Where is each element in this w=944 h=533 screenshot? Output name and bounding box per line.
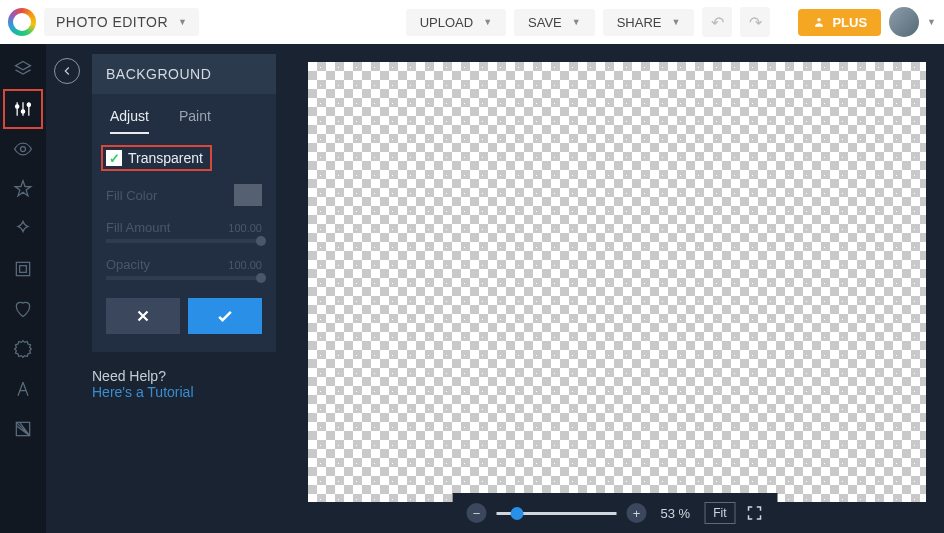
upload-label: UPLOAD xyxy=(420,15,473,30)
fill-color-label: Fill Color xyxy=(106,188,157,203)
plus-label: PLUS xyxy=(832,15,867,30)
save-label: SAVE xyxy=(528,15,562,30)
eye-icon[interactable] xyxy=(12,138,34,160)
check-icon xyxy=(215,306,235,326)
texture-icon[interactable] xyxy=(12,418,34,440)
fill-amount-label: Fill Amount xyxy=(106,220,170,235)
x-icon xyxy=(134,307,152,325)
opacity-label: Opacity xyxy=(106,257,150,272)
app-logo[interactable] xyxy=(8,8,36,36)
caret-down-icon: ▼ xyxy=(927,17,936,27)
fullscreen-icon xyxy=(745,504,763,522)
heart-icon[interactable] xyxy=(12,298,34,320)
zoom-out-button[interactable]: − xyxy=(467,503,487,523)
caret-down-icon: ▼ xyxy=(572,17,581,27)
left-tool-rail xyxy=(0,44,46,533)
cancel-button[interactable] xyxy=(106,298,180,334)
layers-icon[interactable] xyxy=(12,58,34,80)
help-question: Need Help? xyxy=(92,368,286,384)
adjust-sliders-icon[interactable] xyxy=(12,98,34,120)
opacity-slider[interactable] xyxy=(106,276,262,280)
app-title-dropdown[interactable]: PHOTO EDITOR ▼ xyxy=(44,8,199,36)
svg-point-0 xyxy=(818,18,822,22)
upload-button[interactable]: UPLOAD ▼ xyxy=(406,9,506,36)
canvas-area: − + 53 % Fit xyxy=(286,44,944,533)
transparent-checkbox[interactable]: ✓ xyxy=(106,150,122,166)
zoom-thumb[interactable] xyxy=(511,507,524,520)
frame-icon[interactable] xyxy=(12,258,34,280)
arrow-left-icon xyxy=(60,64,74,78)
transparent-row: ✓ Transparent xyxy=(106,150,207,166)
fullscreen-button[interactable] xyxy=(745,504,763,522)
back-button[interactable] xyxy=(54,58,80,84)
text-icon[interactable] xyxy=(12,378,34,400)
fill-color-swatch[interactable] xyxy=(234,184,262,206)
svg-point-2 xyxy=(21,110,24,113)
tab-adjust[interactable]: Adjust xyxy=(110,108,149,134)
help-tutorial-link[interactable]: Here's a Tutorial xyxy=(92,384,286,400)
tab-paint[interactable]: Paint xyxy=(179,108,211,134)
fill-amount-value: 100.00 xyxy=(228,222,262,234)
apply-button[interactable] xyxy=(188,298,262,334)
undo-button[interactable]: ↶ xyxy=(702,7,732,37)
panel-tabs: Adjust Paint xyxy=(106,108,262,134)
save-button[interactable]: SAVE ▼ xyxy=(514,9,595,36)
svg-point-4 xyxy=(21,147,26,152)
crown-icon xyxy=(812,15,826,29)
canvas[interactable] xyxy=(308,62,926,502)
zoom-slider[interactable] xyxy=(497,512,617,515)
zoom-in-button[interactable]: + xyxy=(627,503,647,523)
panel-title: BACKGROUND xyxy=(92,54,276,94)
share-button[interactable]: SHARE ▼ xyxy=(603,9,695,36)
caret-down-icon: ▼ xyxy=(671,17,680,27)
side-panel: BACKGROUND Adjust Paint ✓ Transparent Fi… xyxy=(46,44,286,533)
star-icon[interactable] xyxy=(12,178,34,200)
redo-button[interactable]: ↷ xyxy=(740,7,770,37)
top-bar: PHOTO EDITOR ▼ UPLOAD ▼ SAVE ▼ SHARE ▼ ↶… xyxy=(0,0,944,44)
upgrade-plus-button[interactable]: PLUS xyxy=(798,9,881,36)
caret-down-icon: ▼ xyxy=(178,17,187,27)
zoom-value: 53 % xyxy=(661,506,691,521)
caret-down-icon: ▼ xyxy=(483,17,492,27)
fit-button[interactable]: Fit xyxy=(704,502,735,524)
badge-icon[interactable] xyxy=(12,338,34,360)
effects-icon[interactable] xyxy=(12,218,34,240)
svg-rect-5 xyxy=(16,262,29,275)
opacity-value: 100.00 xyxy=(228,259,262,271)
user-avatar[interactable] xyxy=(889,7,919,37)
app-title-text: PHOTO EDITOR xyxy=(56,14,168,30)
share-label: SHARE xyxy=(617,15,662,30)
svg-point-3 xyxy=(27,103,30,106)
svg-rect-6 xyxy=(20,266,27,273)
zoom-bar: − + 53 % Fit xyxy=(453,493,778,533)
svg-point-1 xyxy=(16,105,19,108)
transparent-label: Transparent xyxy=(128,150,203,166)
fill-amount-slider[interactable] xyxy=(106,239,262,243)
